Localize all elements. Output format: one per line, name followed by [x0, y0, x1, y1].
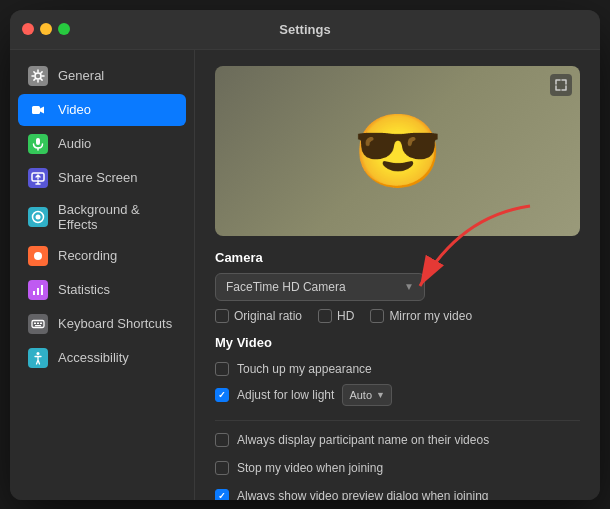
- mirror-video-option[interactable]: Mirror my video: [370, 309, 472, 323]
- original-ratio-checkbox[interactable]: [215, 309, 229, 323]
- camera-dropdown[interactable]: FaceTime HD Camera ▼: [215, 273, 425, 301]
- accessibility-label: Accessibility: [58, 350, 129, 365]
- touch-up-option[interactable]: Touch up my appearance: [215, 358, 580, 380]
- background-icon: [28, 207, 48, 227]
- audio-label: Audio: [58, 136, 91, 151]
- sidebar-item-share-screen[interactable]: Share Screen: [18, 162, 186, 194]
- main-content: 😎: [195, 50, 600, 500]
- svg-rect-10: [41, 285, 43, 295]
- svg-point-6: [36, 214, 41, 219]
- svg-point-16: [37, 352, 40, 355]
- low-light-checkbox[interactable]: [215, 388, 229, 402]
- settings-window: Settings General: [10, 10, 600, 500]
- display-name-label: Always display participant name on their…: [237, 433, 489, 447]
- sidebar-item-accessibility[interactable]: Accessibility: [18, 342, 186, 374]
- svg-rect-2: [36, 138, 40, 145]
- share-screen-label: Share Screen: [58, 170, 138, 185]
- recording-label: Recording: [58, 248, 117, 263]
- touch-up-checkbox[interactable]: [215, 362, 229, 376]
- title-bar: Settings: [10, 10, 600, 50]
- audio-icon: [28, 134, 48, 154]
- background-label: Background & Effects: [58, 202, 176, 232]
- svg-point-0: [35, 73, 41, 79]
- touch-up-label: Touch up my appearance: [237, 362, 372, 376]
- expand-video-button[interactable]: [550, 74, 572, 96]
- video-preview-container: 😎: [215, 66, 580, 236]
- sidebar-item-keyboard[interactable]: Keyboard Shortcuts: [18, 308, 186, 340]
- svg-rect-13: [37, 322, 39, 324]
- camera-options-row: Original ratio HD Mirror my video: [215, 309, 580, 323]
- svg-rect-9: [37, 288, 39, 295]
- hd-option[interactable]: HD: [318, 309, 354, 323]
- show-preview-label: Always show video preview dialog when jo…: [237, 489, 488, 500]
- svg-rect-15: [35, 325, 41, 326]
- statistics-icon: [28, 280, 48, 300]
- traffic-lights: [22, 23, 70, 35]
- bottom-options: Always display participant name on their…: [215, 429, 580, 500]
- sidebar-item-general[interactable]: General: [18, 60, 186, 92]
- svg-rect-1: [32, 106, 40, 114]
- statistics-label: Statistics: [58, 282, 110, 297]
- accessibility-icon: [28, 348, 48, 368]
- divider: [215, 420, 580, 421]
- auto-dropdown-value: Auto: [349, 389, 372, 401]
- recording-icon: [28, 246, 48, 266]
- mirror-video-checkbox[interactable]: [370, 309, 384, 323]
- show-preview-checkbox[interactable]: [215, 489, 229, 500]
- low-light-option[interactable]: Adjust for low light Auto ▼: [215, 380, 580, 410]
- original-ratio-label: Original ratio: [234, 309, 302, 323]
- close-button[interactable]: [22, 23, 34, 35]
- sidebar-item-recording[interactable]: Recording: [18, 240, 186, 272]
- svg-rect-8: [33, 291, 35, 295]
- sidebar-item-background[interactable]: Background & Effects: [18, 196, 186, 238]
- mirror-video-label: Mirror my video: [389, 309, 472, 323]
- low-light-label: Adjust for low light: [237, 388, 334, 402]
- svg-point-7: [34, 252, 42, 260]
- sidebar-item-video[interactable]: Video: [18, 94, 186, 126]
- keyboard-icon: [28, 314, 48, 334]
- video-preview: 😎: [215, 66, 580, 236]
- share-screen-icon: [28, 168, 48, 188]
- maximize-button[interactable]: [58, 23, 70, 35]
- display-name-option[interactable]: Always display participant name on their…: [215, 429, 580, 451]
- video-preview-emoji: 😎: [353, 115, 443, 187]
- video-label: Video: [58, 102, 91, 117]
- camera-section-label: Camera: [215, 250, 580, 265]
- camera-dropdown-arrow-icon: ▼: [404, 281, 414, 292]
- window-title: Settings: [279, 22, 330, 37]
- my-video-section: My Video Touch up my appearance Adjust f…: [215, 335, 580, 410]
- show-preview-option[interactable]: Always show video preview dialog when jo…: [215, 485, 580, 500]
- svg-rect-12: [34, 322, 36, 324]
- my-video-section-label: My Video: [215, 335, 580, 350]
- original-ratio-option[interactable]: Original ratio: [215, 309, 302, 323]
- auto-dropdown[interactable]: Auto ▼: [342, 384, 392, 406]
- stop-video-checkbox[interactable]: [215, 461, 229, 475]
- hd-label: HD: [337, 309, 354, 323]
- content-area: General Video: [10, 50, 600, 500]
- svg-rect-14: [40, 322, 42, 324]
- sidebar-item-statistics[interactable]: Statistics: [18, 274, 186, 306]
- general-icon: [28, 66, 48, 86]
- minimize-button[interactable]: [40, 23, 52, 35]
- stop-video-option[interactable]: Stop my video when joining: [215, 457, 580, 479]
- general-label: General: [58, 68, 104, 83]
- display-name-checkbox[interactable]: [215, 433, 229, 447]
- video-icon: [28, 100, 48, 120]
- auto-dropdown-arrow-icon: ▼: [376, 390, 385, 400]
- sidebar-item-audio[interactable]: Audio: [18, 128, 186, 160]
- stop-video-label: Stop my video when joining: [237, 461, 383, 475]
- sidebar: General Video: [10, 50, 195, 500]
- camera-dropdown-value: FaceTime HD Camera: [226, 280, 346, 294]
- hd-checkbox[interactable]: [318, 309, 332, 323]
- keyboard-label: Keyboard Shortcuts: [58, 316, 172, 331]
